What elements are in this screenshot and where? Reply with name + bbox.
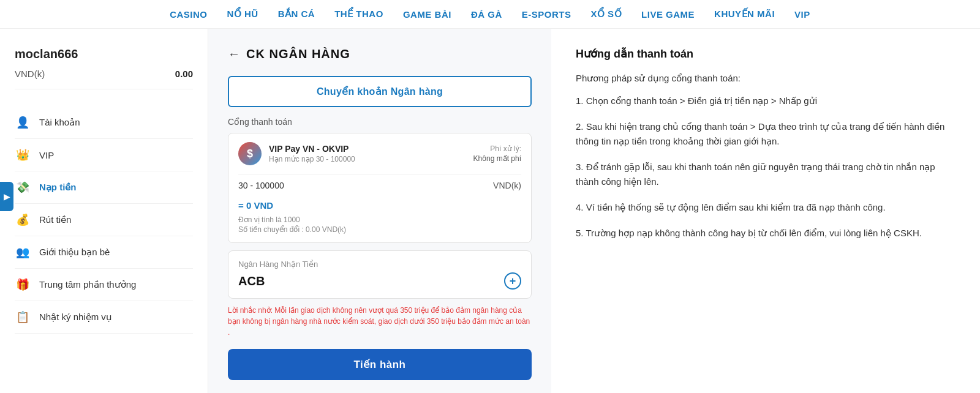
amount-range: 30 - 100000 <box>238 181 284 190</box>
nav-item-casino[interactable]: CASINO <box>170 9 207 20</box>
sidebar-balance-label: VND(k) <box>15 69 45 79</box>
payment-logo-text: $ <box>247 148 253 160</box>
sidebar-icon-phan-thuong: 🎁 <box>15 277 31 293</box>
sidebar-icon-vip: 👑 <box>15 147 31 163</box>
sidebar-label-tai-khoan: Tài khoản <box>39 117 80 128</box>
center-content: ← CK NGÂN HÀNG Chuyển khoản Ngân hàng Cổ… <box>208 29 551 393</box>
payment-fee: Phí xử lý: Không mất phí <box>473 144 521 163</box>
payment-fee-value: Không mất phí <box>473 154 521 163</box>
nav-item-live-game[interactable]: LIVE GAME <box>641 9 695 20</box>
side-tab[interactable]: ▶ <box>0 182 13 211</box>
amount-display: = 0 VND <box>238 200 521 213</box>
amount-note: Đơn vị tính là 1000 <box>238 215 521 224</box>
back-arrow-icon[interactable]: ← <box>228 47 240 61</box>
right-panel: Hướng dẫn thanh toán Phương pháp sử dụng… <box>551 29 980 393</box>
guide-step-2: 2. Sau khi hiện trang chủ cổng thanh toá… <box>576 119 956 149</box>
guide-step-3: 3. Để tránh gặp lỗi, sau khi thanh toán … <box>576 160 956 189</box>
sidebar-username: moclan666 <box>15 47 193 61</box>
sidebar-item-gioi-thieu[interactable]: 👥Giới thiệu bạn bè <box>15 236 193 269</box>
bank-receive-row: ACB + <box>238 272 521 290</box>
sidebar-item-rut-tien[interactable]: 💰Rút tiền <box>15 204 193 236</box>
sidebar-item-phan-thuong[interactable]: 🎁Trung tâm phần thưởng <box>15 269 193 301</box>
sidebar-label-phan-thuong: Trung tâm phần thưởng <box>39 279 136 290</box>
top-nav: CASINONỔ HŨBẮN CÁTHỂ THAOGAME BÀIĐÁ GÀE-… <box>0 0 980 29</box>
bank-add-button[interactable]: + <box>504 272 521 290</box>
payment-card[interactable]: $ VIP Pay VN - OKVIP Hạn mức nạp 30 - 10… <box>228 133 532 243</box>
nav-item-no-hu[interactable]: NỔ HŨ <box>227 9 258 20</box>
side-tab-arrow-icon: ▶ <box>4 192 10 201</box>
bank-receive-name: ACB <box>238 274 265 288</box>
guide-step-1: 1. Chọn cổng thanh toán > Điền giá trị t… <box>576 94 956 108</box>
sidebar-label-nhiem-vu: Nhật ký nhiệm vụ <box>39 312 112 323</box>
sidebar-label-gioi-thieu: Giới thiệu bạn bè <box>39 247 110 258</box>
payment-info: VIP Pay VN - OKVIP Hạn mức nạp 30 - 1000… <box>269 144 355 163</box>
amount-range-row: 30 - 100000 VND(k) <box>238 174 521 196</box>
warning-text: Lời nhắc nhở: Mỗi lần giao dịch không nê… <box>228 305 532 338</box>
payment-name: VIP Pay VN - OKVIP <box>269 144 355 154</box>
sidebar-icon-gioi-thieu: 👥 <box>15 244 31 260</box>
nav-item-vip[interactable]: VIP <box>794 9 810 20</box>
sidebar-balance: VND(k) 0.00 <box>15 69 193 89</box>
amount-unit: VND(k) <box>493 181 521 190</box>
page-title: CK NGÂN HÀNG <box>246 47 350 61</box>
page-title-row: ← CK NGÂN HÀNG <box>228 47 532 61</box>
sidebar-icon-nhiem-vu: 📋 <box>15 309 31 325</box>
sidebar-icon-tai-khoan: 👤 <box>15 114 31 130</box>
nav-item-game-bai[interactable]: GAME BÀI <box>403 9 451 20</box>
nav-item-the-thao[interactable]: THỂ THAO <box>334 9 383 20</box>
proceed-button[interactable]: Tiến hành <box>228 349 532 380</box>
sidebar-item-nhiem-vu[interactable]: 📋Nhật ký nhiệm vụ <box>15 301 193 334</box>
bank-receive-label: Ngân Hàng Nhận Tiền <box>238 260 521 269</box>
sidebar-label-vip: VIP <box>39 150 54 160</box>
sidebar-item-nap-tien[interactable]: 💸Nạp tiền <box>15 171 193 204</box>
guide-step-5: 5. Trường hợp nạp không thành công hay b… <box>576 226 956 241</box>
sidebar-item-vip[interactable]: 👑VIP <box>15 139 193 171</box>
bank-transfer-button[interactable]: Chuyển khoản Ngân hàng <box>228 76 532 107</box>
payment-card-header: $ VIP Pay VN - OKVIP Hạn mức nạp 30 - 10… <box>238 142 521 165</box>
main-layout: moclan666 VND(k) 0.00 👤Tài khoản👑VIP💸Nạp… <box>0 29 980 393</box>
sidebar-icon-rut-tien: 💰 <box>15 212 31 228</box>
nav-item-da-ga[interactable]: ĐÁ GÀ <box>471 9 502 20</box>
sidebar-label-rut-tien: Rút tiền <box>39 214 71 225</box>
guide-title: Hướng dẫn thanh toán <box>576 47 956 61</box>
nav-item-xo-so[interactable]: XỔ SỐ <box>590 9 622 20</box>
amount-convert: Số tiền chuyển đổi : 0.00 VND(k) <box>238 225 521 234</box>
sidebar-menu: 👤Tài khoản👑VIP💸Nạp tiền💰Rút tiền👥Giới th… <box>15 107 193 334</box>
payment-card-left: $ VIP Pay VN - OKVIP Hạn mức nạp 30 - 10… <box>238 142 355 165</box>
nav-item-khuyen-mai[interactable]: KHUYẾN MÃI <box>714 9 775 20</box>
guide-step-4: 4. Ví tiền hệ thống sẽ tự động lên điểm … <box>576 200 956 215</box>
guide-steps: 1. Chọn cổng thanh toán > Điền giá trị t… <box>576 94 956 241</box>
sidebar-label-nap-tien: Nạp tiền <box>39 182 77 193</box>
nav-item-ban-ca[interactable]: BẮN CÁ <box>278 9 315 20</box>
sidebar-icon-nap-tien: 💸 <box>15 179 31 195</box>
payment-fee-label: Phí xử lý: <box>473 144 521 153</box>
payment-gateway-label: Cổng thanh toán <box>228 117 532 127</box>
sidebar-item-tai-khoan[interactable]: 👤Tài khoản <box>15 107 193 139</box>
nav-item-e-sports[interactable]: E-SPORTS <box>522 9 571 20</box>
sidebar: moclan666 VND(k) 0.00 👤Tài khoản👑VIP💸Nạp… <box>0 29 208 393</box>
bank-receive-section: Ngân Hàng Nhận Tiền ACB + <box>228 250 532 299</box>
payment-logo: $ <box>238 142 262 165</box>
sidebar-balance-value: 0.00 <box>175 69 193 79</box>
payment-limit: Hạn mức nạp 30 - 100000 <box>269 155 355 163</box>
guide-subtitle: Phương pháp sử dụng cổng thanh toán: <box>576 73 956 84</box>
